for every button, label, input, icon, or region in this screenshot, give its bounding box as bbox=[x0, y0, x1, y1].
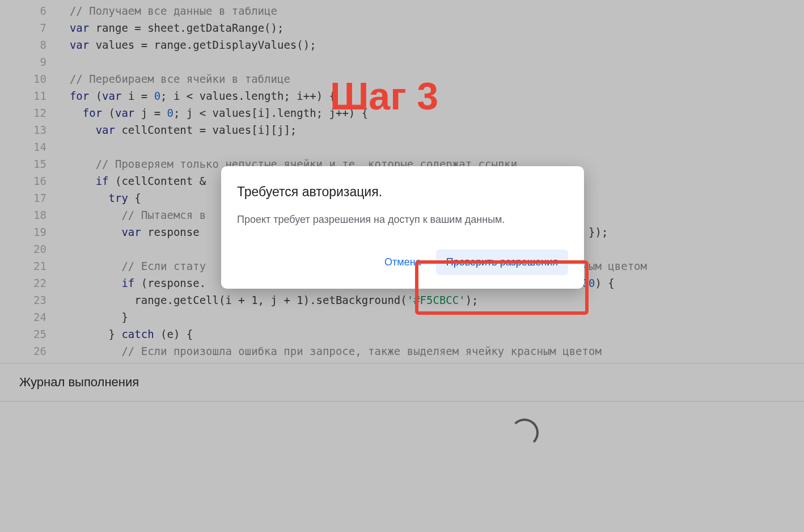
dialog-actions: Отмена Проверить разрешения bbox=[237, 250, 568, 283]
dialog-body: Проект требует разрешения на доступ к ва… bbox=[237, 212, 568, 227]
authorization-dialog: Требуется авторизация. Проект требует ра… bbox=[221, 166, 584, 289]
cancel-button[interactable]: Отмена bbox=[374, 250, 431, 275]
review-permissions-button[interactable]: Проверить разрешения bbox=[436, 250, 568, 275]
dialog-title: Требуется авторизация. bbox=[237, 184, 568, 200]
